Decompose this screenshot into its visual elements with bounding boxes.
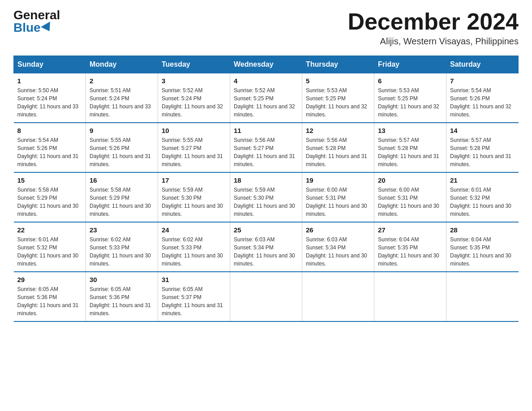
day-info: Sunrise: 5:53 AMSunset: 5:25 PMDaylight:… xyxy=(378,87,439,118)
calendar-cell: 23Sunrise: 6:02 AMSunset: 5:33 PMDayligh… xyxy=(86,222,158,272)
calendar-cell: 21Sunrise: 6:01 AMSunset: 5:32 PMDayligh… xyxy=(446,172,519,222)
day-info: Sunrise: 5:59 AMSunset: 5:30 PMDaylight:… xyxy=(234,187,295,217)
calendar-cell xyxy=(446,272,519,321)
calendar-cell: 9Sunrise: 5:55 AMSunset: 5:26 PMDaylight… xyxy=(86,123,158,172)
day-number: 20 xyxy=(378,176,442,184)
calendar-cell: 2Sunrise: 5:51 AMSunset: 5:24 PMDaylight… xyxy=(86,73,158,123)
title-block: December 2024 Alijis, Western Visayas, P… xyxy=(348,9,519,47)
day-info: Sunrise: 6:01 AMSunset: 5:32 PMDaylight:… xyxy=(450,187,511,217)
logo-triangle-icon xyxy=(41,21,54,34)
day-info: Sunrise: 5:50 AMSunset: 5:24 PMDaylight:… xyxy=(17,87,79,118)
calendar-cell: 8Sunrise: 5:54 AMSunset: 5:26 PMDaylight… xyxy=(14,123,86,172)
weekday-header-sunday: Sunday xyxy=(14,56,86,73)
calendar-cell: 16Sunrise: 5:58 AMSunset: 5:29 PMDayligh… xyxy=(86,172,158,222)
day-number: 3 xyxy=(162,77,226,85)
calendar-cell: 13Sunrise: 5:57 AMSunset: 5:28 PMDayligh… xyxy=(374,123,446,172)
day-info: Sunrise: 5:52 AMSunset: 5:25 PMDaylight:… xyxy=(234,87,295,118)
day-info: Sunrise: 6:02 AMSunset: 5:33 PMDaylight:… xyxy=(162,236,223,267)
day-number: 28 xyxy=(450,226,515,234)
day-number: 27 xyxy=(378,226,442,234)
day-info: Sunrise: 5:58 AMSunset: 5:29 PMDaylight:… xyxy=(90,187,151,217)
calendar-cell: 30Sunrise: 6:05 AMSunset: 5:36 PMDayligh… xyxy=(86,272,158,321)
day-number: 17 xyxy=(162,176,226,184)
month-title: December 2024 xyxy=(348,9,519,34)
calendar-cell: 1Sunrise: 5:50 AMSunset: 5:24 PMDaylight… xyxy=(14,73,86,123)
day-number: 30 xyxy=(90,276,154,283)
calendar-cell: 12Sunrise: 5:56 AMSunset: 5:28 PMDayligh… xyxy=(302,123,374,172)
day-number: 25 xyxy=(234,226,298,234)
day-info: Sunrise: 6:02 AMSunset: 5:33 PMDaylight:… xyxy=(90,236,151,267)
day-number: 4 xyxy=(234,77,298,85)
weekday-header-friday: Friday xyxy=(374,56,446,73)
day-number: 9 xyxy=(90,127,154,134)
day-number: 1 xyxy=(17,77,82,85)
day-info: Sunrise: 5:56 AMSunset: 5:27 PMDaylight:… xyxy=(234,137,295,167)
day-number: 18 xyxy=(234,176,298,184)
logo-blue-text: Blue xyxy=(13,21,53,34)
calendar-cell: 22Sunrise: 6:01 AMSunset: 5:32 PMDayligh… xyxy=(14,222,86,272)
calendar-week-row: 8Sunrise: 5:54 AMSunset: 5:26 PMDaylight… xyxy=(14,123,519,172)
day-info: Sunrise: 5:56 AMSunset: 5:28 PMDaylight:… xyxy=(306,137,367,167)
day-number: 6 xyxy=(378,77,442,85)
page-header: General Blue December 2024 Alijis, Weste… xyxy=(13,9,519,47)
day-info: Sunrise: 6:00 AMSunset: 5:31 PMDaylight:… xyxy=(306,187,367,217)
day-number: 29 xyxy=(17,276,82,283)
location-title: Alijis, Western Visayas, Philippines xyxy=(348,36,519,47)
day-number: 2 xyxy=(90,77,154,85)
calendar-table: SundayMondayTuesdayWednesdayThursdayFrid… xyxy=(13,56,519,322)
calendar-cell: 20Sunrise: 6:00 AMSunset: 5:31 PMDayligh… xyxy=(374,172,446,222)
calendar-cell: 19Sunrise: 6:00 AMSunset: 5:31 PMDayligh… xyxy=(302,172,374,222)
day-number: 13 xyxy=(378,127,442,134)
day-info: Sunrise: 5:59 AMSunset: 5:30 PMDaylight:… xyxy=(162,187,223,217)
calendar-week-row: 15Sunrise: 5:58 AMSunset: 5:29 PMDayligh… xyxy=(14,172,519,222)
calendar-week-row: 1Sunrise: 5:50 AMSunset: 5:24 PMDaylight… xyxy=(14,73,519,123)
calendar-week-row: 29Sunrise: 6:05 AMSunset: 5:36 PMDayligh… xyxy=(14,272,519,321)
calendar-cell: 28Sunrise: 6:04 AMSunset: 5:35 PMDayligh… xyxy=(446,222,519,272)
calendar-cell: 27Sunrise: 6:04 AMSunset: 5:35 PMDayligh… xyxy=(374,222,446,272)
day-info: Sunrise: 6:05 AMSunset: 5:36 PMDaylight:… xyxy=(17,286,79,317)
weekday-header-thursday: Thursday xyxy=(302,56,374,73)
calendar-cell: 18Sunrise: 5:59 AMSunset: 5:30 PMDayligh… xyxy=(230,172,302,222)
day-number: 19 xyxy=(306,176,370,184)
day-info: Sunrise: 6:01 AMSunset: 5:32 PMDaylight:… xyxy=(17,236,79,267)
day-number: 14 xyxy=(450,127,515,134)
day-info: Sunrise: 5:58 AMSunset: 5:29 PMDaylight:… xyxy=(17,187,79,217)
day-info: Sunrise: 5:57 AMSunset: 5:28 PMDaylight:… xyxy=(450,137,511,167)
day-info: Sunrise: 5:53 AMSunset: 5:25 PMDaylight:… xyxy=(306,87,367,118)
weekday-header-monday: Monday xyxy=(86,56,158,73)
day-number: 31 xyxy=(162,276,226,283)
calendar-cell: 25Sunrise: 6:03 AMSunset: 5:34 PMDayligh… xyxy=(230,222,302,272)
weekday-header-wednesday: Wednesday xyxy=(230,56,302,73)
calendar-cell: 6Sunrise: 5:53 AMSunset: 5:25 PMDaylight… xyxy=(374,73,446,123)
day-info: Sunrise: 5:51 AMSunset: 5:24 PMDaylight:… xyxy=(90,87,151,118)
calendar-cell: 11Sunrise: 5:56 AMSunset: 5:27 PMDayligh… xyxy=(230,123,302,172)
calendar-cell: 10Sunrise: 5:55 AMSunset: 5:27 PMDayligh… xyxy=(158,123,230,172)
day-number: 10 xyxy=(162,127,226,134)
calendar-cell: 14Sunrise: 5:57 AMSunset: 5:28 PMDayligh… xyxy=(446,123,519,172)
calendar-cell xyxy=(230,272,302,321)
day-info: Sunrise: 6:03 AMSunset: 5:34 PMDaylight:… xyxy=(306,236,367,267)
day-info: Sunrise: 5:57 AMSunset: 5:28 PMDaylight:… xyxy=(378,137,439,167)
day-info: Sunrise: 6:03 AMSunset: 5:34 PMDaylight:… xyxy=(234,236,295,267)
calendar-cell: 4Sunrise: 5:52 AMSunset: 5:25 PMDaylight… xyxy=(230,73,302,123)
calendar-week-row: 22Sunrise: 6:01 AMSunset: 5:32 PMDayligh… xyxy=(14,222,519,272)
day-info: Sunrise: 6:00 AMSunset: 5:31 PMDaylight:… xyxy=(378,187,439,217)
calendar-cell: 26Sunrise: 6:03 AMSunset: 5:34 PMDayligh… xyxy=(302,222,374,272)
logo: General Blue xyxy=(13,9,60,34)
day-number: 21 xyxy=(450,176,515,184)
calendar-cell: 17Sunrise: 5:59 AMSunset: 5:30 PMDayligh… xyxy=(158,172,230,222)
day-info: Sunrise: 5:54 AMSunset: 5:26 PMDaylight:… xyxy=(450,87,511,118)
calendar-cell: 15Sunrise: 5:58 AMSunset: 5:29 PMDayligh… xyxy=(14,172,86,222)
day-number: 7 xyxy=(450,77,515,85)
day-number: 24 xyxy=(162,226,226,234)
weekday-header-tuesday: Tuesday xyxy=(158,56,230,73)
day-number: 26 xyxy=(306,226,370,234)
day-info: Sunrise: 5:52 AMSunset: 5:24 PMDaylight:… xyxy=(162,87,223,118)
day-number: 8 xyxy=(17,127,82,134)
day-info: Sunrise: 6:04 AMSunset: 5:35 PMDaylight:… xyxy=(450,236,511,267)
calendar-cell xyxy=(302,272,374,321)
day-number: 15 xyxy=(17,176,82,184)
day-info: Sunrise: 5:55 AMSunset: 5:27 PMDaylight:… xyxy=(162,137,223,167)
day-info: Sunrise: 5:54 AMSunset: 5:26 PMDaylight:… xyxy=(17,137,79,167)
day-number: 23 xyxy=(90,226,154,234)
